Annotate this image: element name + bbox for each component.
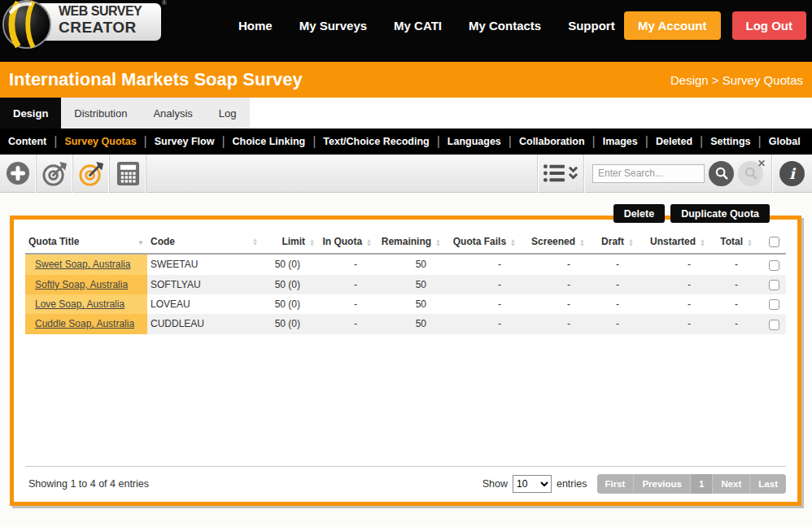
tab-log[interactable]: Log: [206, 98, 250, 128]
subnav-item-choice-linking[interactable]: Choice Linking: [233, 134, 324, 149]
column-header-select-all: [756, 231, 786, 254]
cell-screened: -: [519, 314, 588, 333]
cell-total: -: [709, 254, 756, 274]
chevron-down-double-icon: [568, 165, 578, 181]
entries-label: entries: [557, 478, 587, 490]
cell-select: [756, 294, 786, 314]
row-checkbox[interactable]: [769, 260, 779, 271]
column-header-code[interactable]: Code: [147, 231, 261, 254]
subnav-item-settings[interactable]: Settings: [710, 134, 768, 149]
delete-button[interactable]: Delete: [613, 204, 666, 223]
cell-draft: -: [588, 275, 637, 294]
cell-limit: 50 (0): [261, 314, 318, 333]
subnav-item-text-choice-recoding[interactable]: Text/Choice Recoding: [323, 134, 447, 149]
subnav-item-images[interactable]: Images: [603, 134, 656, 149]
cell-in-quota: -: [318, 314, 375, 333]
cell-in-quota: -: [318, 275, 375, 294]
pagination-next[interactable]: Next: [712, 474, 749, 494]
column-header-draft[interactable]: Draft: [588, 231, 637, 254]
app-logo[interactable]: WEB SURVEY CREATOR ®: [0, 0, 175, 52]
select-all-checkbox[interactable]: [769, 237, 779, 247]
sort-icon: [309, 238, 315, 246]
column-header-quota-fails[interactable]: Quota Fails: [444, 231, 519, 254]
cell-quota-title: Softly Soap, Australia: [25, 275, 147, 294]
quota-toolbar: [0, 155, 812, 193]
sort-icon: [435, 238, 441, 246]
subnav-item-content[interactable]: Content: [8, 134, 64, 149]
cell-quota-fails: -: [444, 314, 519, 333]
column-header-total[interactable]: Total: [709, 231, 756, 254]
list-view-icon: [543, 163, 565, 183]
logo-line2: CREATOR: [59, 20, 142, 35]
quota-target-active-icon: [78, 160, 105, 187]
info-button[interactable]: [779, 161, 805, 186]
search-button[interactable]: [709, 161, 734, 186]
cell-screened: -: [519, 254, 588, 274]
subnav-item-survey-quotas[interactable]: Survey Quotas: [64, 134, 154, 149]
clear-search-button[interactable]: [738, 161, 763, 186]
cell-unstarted: -: [637, 254, 709, 274]
registered-mark: ®: [162, 0, 167, 7]
cell-code: LOVEAU: [147, 294, 261, 314]
subnav-item-survey-flow[interactable]: Survey Flow: [155, 134, 233, 149]
quota-target-active-button[interactable]: [73, 155, 110, 193]
cell-unstarted: -: [637, 314, 709, 333]
nav-link-support[interactable]: Support: [568, 19, 615, 33]
quota-target-button[interactable]: [37, 155, 73, 193]
design-subnav: Content Survey Quotas Survey Flow Choice…: [0, 128, 812, 155]
column-header-limit[interactable]: Limit: [261, 231, 318, 254]
column-header-in-quota[interactable]: In Quota: [318, 231, 375, 254]
subnav-item-deleted[interactable]: Deleted: [656, 134, 710, 149]
tab-analysis[interactable]: Analysis: [140, 98, 205, 128]
cell-remaining: 50: [375, 275, 444, 294]
column-header-screened[interactable]: Screened: [519, 231, 588, 254]
search-input[interactable]: [592, 164, 705, 183]
subnav-item-global[interactable]: Global: [769, 136, 801, 147]
page-size-select[interactable]: 10: [513, 475, 552, 493]
row-checkbox[interactable]: [769, 320, 779, 330]
cell-total: -: [709, 294, 756, 314]
pagination-previous[interactable]: Previous: [633, 474, 690, 494]
nav-link-home[interactable]: Home: [238, 19, 273, 33]
logo-line1: WEB SURVEY: [59, 5, 142, 18]
quota-calculator-button[interactable]: [110, 155, 146, 193]
nav-link-my-cati[interactable]: My CATI: [394, 19, 442, 33]
nav-link-my-surveys[interactable]: My Surveys: [299, 19, 367, 33]
column-header-remaining[interactable]: Remaining: [375, 231, 444, 254]
cell-quota-title: Cuddle Soap, Australia: [25, 314, 147, 333]
nav-link-my-contacts[interactable]: My Contacts: [469, 19, 541, 33]
logo-text: WEB SURVEY CREATOR: [59, 5, 142, 35]
subnav-item-collaboration[interactable]: Collaboration: [519, 134, 603, 149]
tab-design[interactable]: Design: [0, 98, 61, 128]
quota-link[interactable]: Cuddle Soap, Australia: [35, 318, 134, 329]
add-quota-button[interactable]: [0, 155, 37, 193]
list-view-button[interactable]: [538, 155, 583, 193]
quota-link[interactable]: Love Soap, Australia: [35, 298, 124, 310]
pagination-last[interactable]: Last: [749, 474, 786, 494]
quota-link[interactable]: Softly Soap, Australia: [35, 279, 128, 290]
log-out-button[interactable]: Log Out: [732, 11, 806, 40]
sort-icon: [510, 238, 516, 246]
clear-search-icon: [744, 166, 758, 181]
row-checkbox[interactable]: [769, 280, 779, 290]
cell-quota-fails: -: [444, 294, 519, 314]
my-account-button[interactable]: My Account: [624, 11, 720, 40]
column-header-quota-title[interactable]: Quota Title: [25, 231, 147, 254]
cell-select: [756, 275, 786, 294]
table-row: Love Soap, Australia LOVEAU 50 (0) - 50 …: [25, 294, 786, 314]
pagination-first[interactable]: First: [597, 474, 634, 494]
sort-desc-icon: [133, 236, 144, 247]
sort-icon: [252, 237, 258, 246]
duplicate-quota-button[interactable]: Duplicate Quota: [670, 204, 770, 223]
sort-icon: [700, 238, 705, 246]
pagination-page-1[interactable]: 1: [690, 474, 712, 494]
add-quota-icon: [6, 161, 30, 185]
subnav-item-languages[interactable]: Languages: [447, 134, 519, 149]
row-checkbox[interactable]: [769, 299, 779, 310]
column-header-unstarted[interactable]: Unstarted: [637, 231, 709, 254]
cell-quota-fails: -: [444, 275, 519, 294]
search-icon: [714, 166, 729, 181]
quota-link[interactable]: Sweet Soap, Australia: [35, 259, 130, 270]
tab-distribution[interactable]: Distribution: [61, 98, 140, 128]
sort-icon: [579, 238, 585, 246]
